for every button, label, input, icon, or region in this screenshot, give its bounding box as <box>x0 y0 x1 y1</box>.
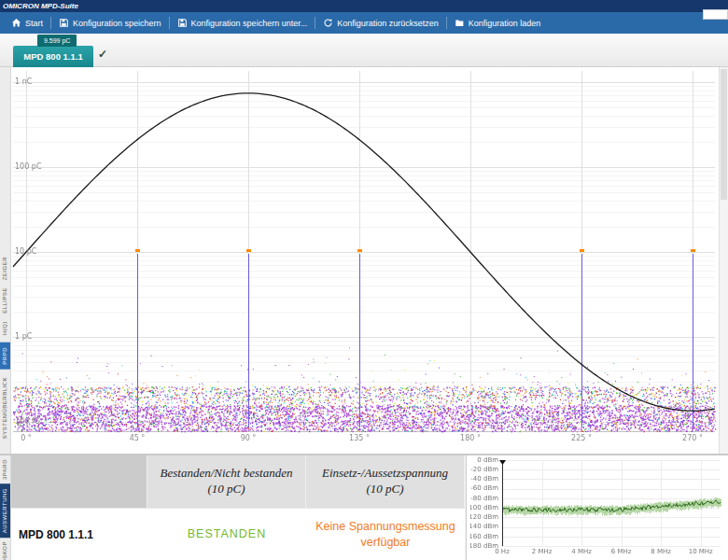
col-header-voltage: Einsetz-/Aussetzspannung (10 pC) <box>306 455 465 508</box>
col-header-pass: Bestanden/Nicht bestanden (10 pC) <box>147 455 306 508</box>
pass-status-cell: BESTANDEN <box>147 509 306 560</box>
view-rail-top: ZEIGER ELLIPSE H(Q) PRPD SYSTEMÜBERBLICK <box>0 67 11 454</box>
col-header-pass-line1: Bestanden/Nicht bestanden <box>161 466 293 482</box>
charge-badge: 9.599 pC <box>37 35 77 47</box>
view-tab-prpd[interactable]: PRPD <box>0 343 10 370</box>
reset-icon <box>323 18 333 28</box>
view-tab-ellipse[interactable]: ELLIPSE <box>0 287 10 314</box>
window-titlebar: OMICRON MPD-Suite <box>0 0 728 12</box>
save-icon <box>59 18 69 28</box>
col-header-device <box>11 455 147 508</box>
save-as-icon <box>177 18 188 28</box>
spectrum-chart[interactable] <box>470 455 726 560</box>
col-header-voltage-line2: (10 pC) <box>366 482 403 497</box>
table-row: MPD 800 1.1.1 BESTANDEN Keine Spannungsm… <box>11 508 465 560</box>
view-rail-bottom: 3PARD AUSWERTUNG OSZILLOSKOP <box>0 455 11 560</box>
view-tab-systemueberblick[interactable]: SYSTEMÜBERBLICK <box>0 377 10 439</box>
home-icon <box>11 18 21 28</box>
evaluation-panel: 3PARD AUSWERTUNG OSZILLOSKOP Bestanden/N… <box>0 455 728 560</box>
voltage-status-line2: verfügbar <box>361 535 411 551</box>
scrollbar-thumb[interactable] <box>721 69 727 200</box>
col-header-voltage-line1: Einsetz-/Aussetzspannung <box>322 466 448 482</box>
results-table: Bestanden/Nicht bestanden (10 pC) Einset… <box>11 455 465 560</box>
load-config-label: Konfiguration laden <box>469 19 541 28</box>
view-tab-zeiger[interactable]: ZEIGER <box>0 257 10 280</box>
vertical-scrollbar[interactable] <box>719 67 728 454</box>
voltage-status-line1: Keine Spannungsmessung <box>315 519 455 535</box>
main-view: ZEIGER ELLIPSE H(Q) PRPD SYSTEMÜBERBLICK <box>0 67 728 454</box>
start-label: Start <box>25 19 43 28</box>
check-icon: ✓ <box>98 48 107 61</box>
start-button[interactable]: Start <box>4 12 50 34</box>
device-tab-mpd800[interactable]: MPD 800 1.1.1 <box>13 46 93 67</box>
spectrum-panel <box>466 455 728 560</box>
voltage-status-cell: Keine Spannungsmessung verfügbar <box>306 509 465 560</box>
view-tab-auswertung[interactable]: AUSWERTUNG <box>0 483 10 538</box>
prpd-chart[interactable] <box>11 67 719 454</box>
save-config-as-button[interactable]: Konfiguration speichern unter... <box>170 12 315 34</box>
view-tab-3pard[interactable]: 3PARD <box>0 459 10 480</box>
reset-config-button[interactable]: Konfiguration zurücksetzen <box>315 12 446 34</box>
save-config-label: Konfiguration speichern <box>73 19 161 28</box>
load-config-button[interactable]: Konfiguration laden <box>447 12 549 34</box>
folder-icon <box>455 18 465 28</box>
view-tab-oszilloskop[interactable]: OSZILLOSKOP <box>0 541 10 560</box>
window-title: OMICRON MPD-Suite <box>3 2 78 10</box>
toolbar: Start Konfiguration speichern Konfigurat… <box>0 12 728 34</box>
reset-config-label: Konfiguration zurücksetzen <box>337 19 439 28</box>
device-name-cell: MPD 800 1.1.1 <box>11 509 147 560</box>
save-config-as-label: Konfiguration speichern unter... <box>191 19 308 28</box>
col-header-pass-line2: (10 pC) <box>207 482 245 497</box>
view-tab-hq[interactable]: H(Q) <box>0 321 10 335</box>
results-table-header: Bestanden/Nicht bestanden (10 pC) Einset… <box>11 455 465 508</box>
save-config-button[interactable]: Konfiguration speichern <box>51 12 169 34</box>
window-controls[interactable] <box>703 9 728 20</box>
device-tabstrip: 9.599 pC MPD 800 1.1.1 ✓ <box>0 34 728 67</box>
